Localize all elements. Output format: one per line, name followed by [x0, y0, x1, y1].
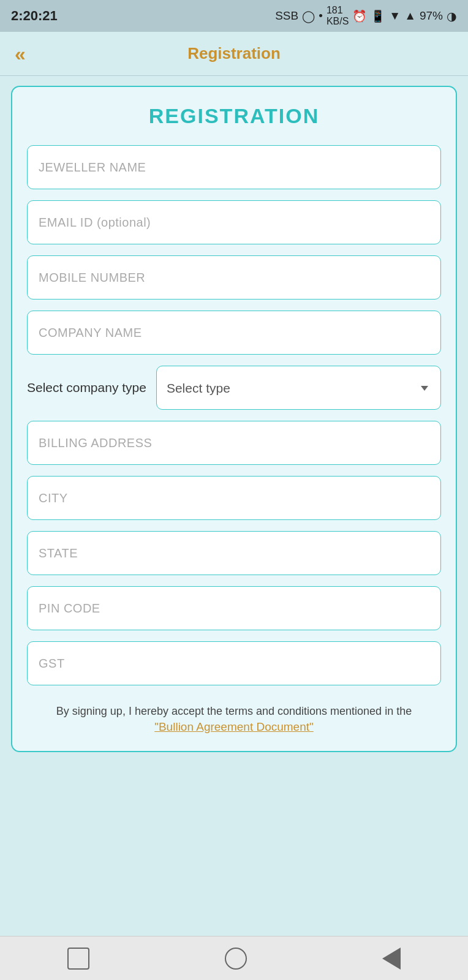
wifi-icon: ▲ — [404, 9, 416, 23]
battery-pct: 97% — [420, 9, 443, 23]
form-card: REGISTRATION Select company type Select … — [11, 86, 457, 752]
top-nav: « Registration — [0, 32, 468, 76]
battery-icon: ◑ — [447, 9, 457, 23]
nav-title: Registration — [187, 44, 281, 63]
gst-input[interactable] — [27, 641, 441, 685]
company-name-input[interactable] — [27, 311, 441, 355]
company-type-select[interactable]: Select type Proprietorship Partnership P… — [156, 366, 441, 410]
email-input[interactable] — [27, 200, 441, 244]
city-input[interactable] — [27, 476, 441, 520]
bottom-nav-bar — [0, 936, 468, 980]
home-button[interactable] — [67, 948, 89, 970]
company-type-label: Select company type — [27, 379, 146, 396]
terms-section: By signing up, I hereby accept the terms… — [27, 703, 441, 734]
mobile-input[interactable] — [27, 255, 441, 300]
signal-icon: ▼ — [389, 9, 401, 23]
back-triangle-button[interactable] — [382, 948, 401, 970]
alarm-icon: ⏰ — [352, 9, 367, 23]
content-area: REGISTRATION Select company type Select … — [0, 76, 468, 936]
state-input[interactable] — [27, 531, 441, 575]
back-button[interactable]: « — [15, 44, 26, 64]
bullion-agreement-link[interactable]: "Bullion Agreement Document" — [154, 720, 314, 733]
status-icons: SSB ◯ • 181KB/S ⏰ 📱 ▼ ▲ 97% ◑ — [275, 5, 457, 27]
status-time: 2:20:21 — [11, 8, 58, 24]
form-title: REGISTRATION — [27, 104, 441, 128]
jeweller-name-input[interactable] — [27, 145, 441, 189]
status-bar: 2:20:21 SSB ◯ • 181KB/S ⏰ 📱 ▼ ▲ 97% ◑ — [0, 0, 468, 32]
instagram-icon: ◯ — [302, 9, 315, 23]
kb-icon: 181KB/S — [326, 5, 349, 27]
company-type-row: Select company type Select type Propriet… — [27, 366, 441, 410]
pin-code-input[interactable] — [27, 586, 441, 630]
phone-icon: 📱 — [371, 9, 385, 23]
dot-icon: • — [319, 9, 323, 23]
carrier-label: SSB — [275, 9, 298, 23]
back-nav-button[interactable] — [225, 948, 247, 970]
billing-address-input[interactable] — [27, 421, 441, 465]
terms-text: By signing up, I hereby accept the terms… — [27, 703, 441, 720]
